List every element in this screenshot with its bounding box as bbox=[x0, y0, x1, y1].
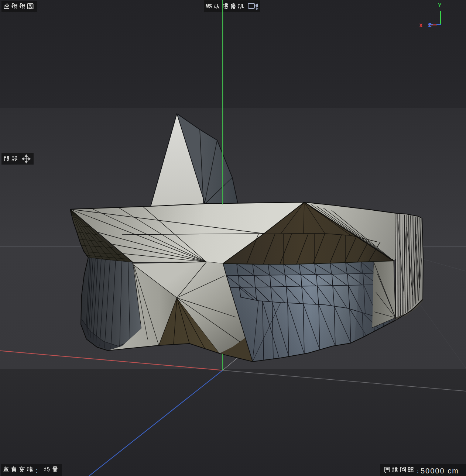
svg-text:50000 cm: 50000 cm bbox=[421, 467, 459, 475]
svg-text:X: X bbox=[419, 23, 423, 28]
svg-text:Y: Y bbox=[438, 2, 442, 8]
svg-text:Z: Z bbox=[428, 22, 432, 28]
svg-text::: : bbox=[36, 468, 37, 474]
svg-text::: : bbox=[417, 468, 418, 474]
